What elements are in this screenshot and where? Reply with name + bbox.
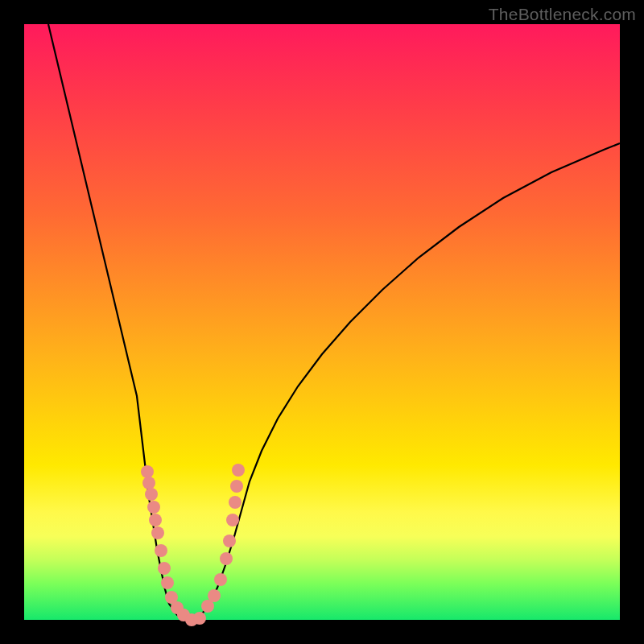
data-dot (214, 573, 227, 586)
data-dot (145, 488, 158, 501)
data-dot (208, 589, 221, 602)
data-dot (229, 496, 242, 509)
data-dot (226, 514, 239, 526)
data-dots-layer (24, 24, 620, 620)
data-dot (149, 514, 162, 526)
plot-area (24, 24, 620, 620)
data-dot (155, 544, 167, 557)
data-dot (158, 562, 171, 575)
data-dot (147, 501, 160, 514)
data-dot (142, 477, 155, 489)
data-dot (230, 480, 243, 493)
watermark-text: TheBottleneck.com (489, 5, 636, 24)
data-dot (220, 552, 233, 565)
data-dot (161, 576, 174, 589)
chart-frame: TheBottleneck.com (0, 0, 644, 644)
data-dot (193, 612, 206, 625)
data-dot (223, 535, 236, 547)
data-dot (232, 464, 245, 477)
data-dot (151, 526, 164, 539)
data-dot (141, 465, 154, 478)
